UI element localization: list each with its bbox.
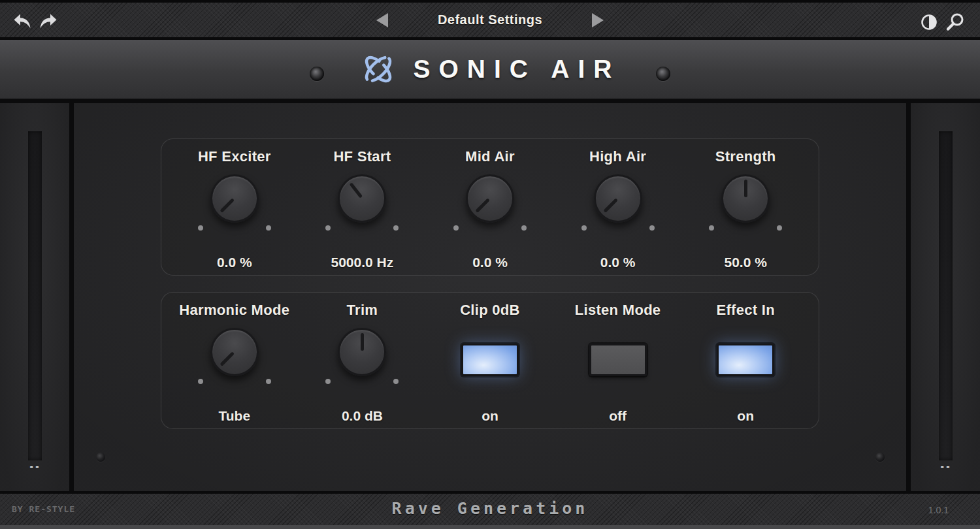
left-meter-readout: --	[29, 462, 41, 472]
preset-navigator: Default Settings	[376, 3, 604, 37]
knob-pointer	[723, 176, 768, 221]
knob-max-dot	[393, 379, 399, 384]
plugin-title: SONIC AIR	[413, 55, 620, 84]
panel-divider	[906, 103, 911, 491]
knob-min-dot	[453, 225, 459, 231]
version-number: 1.0.1	[928, 505, 949, 515]
clip-0db-label: Clip 0dB	[460, 301, 520, 319]
high-air-value: 0.0 %	[600, 255, 636, 270]
effect-in-toggle-button[interactable]	[717, 344, 774, 376]
knob-max-dot	[266, 225, 271, 231]
control-trim: Trim 0.0 dB	[299, 293, 427, 428]
left-level-meter	[28, 131, 42, 460]
main-area: -- HF Exciter 0.0 % HF	[0, 103, 980, 491]
hf-exciter-value: 0.0 %	[217, 255, 252, 270]
hf-exciter-knob[interactable]	[210, 174, 259, 223]
right-level-meter	[939, 131, 953, 460]
control-strength: Strength 50.0 %	[681, 139, 809, 275]
knob-max-dot	[393, 225, 399, 231]
contrast-icon	[919, 12, 939, 32]
knob-max-dot	[266, 379, 271, 384]
knob-pointer	[331, 167, 393, 229]
knob-min-dot	[581, 225, 587, 231]
knob-min-dot	[325, 225, 331, 231]
knob-min-dot	[198, 379, 203, 384]
listen-mode-label: Listen Mode	[575, 301, 661, 319]
screw-icon	[656, 67, 670, 81]
panel-divider	[69, 103, 74, 491]
right-meter-panel: --	[911, 103, 980, 491]
knob-pointer	[587, 167, 649, 229]
hf-start-label: HF Start	[333, 148, 391, 165]
trim-value: 0.0 dB	[342, 408, 383, 424]
hf-start-knob[interactable]	[338, 174, 386, 223]
control-panel: HF Exciter 0.0 % HF Start	[74, 103, 906, 491]
mid-air-value: 0.0 %	[472, 255, 508, 270]
knob-group-mode: Harmonic Mode Tube Trim	[161, 292, 819, 429]
high-air-knob[interactable]	[594, 174, 642, 223]
magnify-button[interactable]	[943, 12, 966, 33]
screw-icon	[96, 453, 105, 462]
control-listen-mode: Listen Mode off	[554, 293, 682, 428]
hf-start-value: 5000.0 Hz	[331, 255, 394, 270]
control-mid-air: Mid Air 0.0 %	[426, 139, 554, 275]
knob-min-dot	[198, 225, 203, 231]
listen-mode-state: off	[609, 408, 627, 424]
knob-min-dot	[325, 379, 331, 384]
knob-max-dot	[649, 225, 655, 231]
harmonic-mode-label: Harmonic Mode	[179, 301, 289, 319]
left-meter-panel: --	[0, 103, 69, 491]
control-clip-0db: Clip 0dB on	[426, 293, 554, 428]
knob-max-dot	[777, 225, 782, 231]
footer-bar: BY RE-STYLE Rave Generation 1.0.1	[0, 491, 980, 529]
knob-max-dot	[521, 225, 527, 231]
control-hf-start: HF Start 5000.0 Hz	[299, 139, 427, 275]
preset-name[interactable]: Default Settings	[438, 12, 542, 27]
magnifier-icon	[943, 12, 966, 33]
previous-preset-arrow-icon[interactable]	[376, 13, 388, 27]
effect-in-label: Effect In	[716, 301, 775, 319]
redo-icon	[37, 10, 58, 33]
control-effect-in: Effect In on	[681, 293, 809, 428]
screw-icon	[875, 453, 885, 462]
clip-0db-state: on	[482, 408, 498, 424]
listen-mode-toggle-button[interactable]	[589, 344, 647, 376]
knob-group-air: HF Exciter 0.0 % HF Start	[161, 138, 819, 276]
control-hf-exciter: HF Exciter 0.0 %	[171, 139, 299, 275]
strength-label: Strength	[715, 148, 776, 165]
mid-air-label: Mid Air	[465, 148, 515, 165]
vendor-credit: BY RE-STYLE	[12, 504, 75, 514]
effect-in-state: on	[737, 408, 754, 424]
high-air-label: High Air	[589, 148, 646, 165]
knob-pointer	[203, 320, 266, 383]
strength-knob[interactable]	[721, 174, 770, 223]
knob-pointer	[203, 167, 266, 229]
knob-pointer	[340, 330, 384, 374]
knob-pointer	[459, 167, 521, 229]
knob-min-dot	[709, 225, 714, 231]
next-preset-arrow-icon[interactable]	[592, 13, 604, 27]
control-high-air: High Air 0.0 %	[554, 139, 682, 275]
harmonic-mode-knob[interactable]	[210, 328, 259, 376]
clip-0db-toggle-button[interactable]	[461, 344, 519, 376]
control-harmonic-mode: Harmonic Mode Tube	[171, 293, 299, 428]
hf-exciter-label: HF Exciter	[198, 148, 271, 165]
harmonic-mode-value: Tube	[218, 408, 250, 424]
screw-icon	[310, 67, 324, 81]
strength-value: 50.0 %	[725, 255, 767, 270]
trim-label: Trim	[347, 301, 378, 319]
undo-button[interactable]	[12, 10, 34, 33]
plugin-logo-icon	[359, 50, 397, 88]
top-toolbar: Default Settings	[0, 0, 980, 40]
product-name: Rave Generation	[392, 499, 589, 518]
redo-button[interactable]	[37, 10, 59, 33]
title-plate: SONIC AIR	[0, 40, 980, 103]
trim-knob[interactable]	[338, 328, 386, 376]
undo-icon	[12, 10, 33, 33]
right-meter-readout: --	[939, 462, 951, 472]
contrast-toggle-button[interactable]	[919, 12, 939, 32]
mid-air-knob[interactable]	[466, 174, 514, 223]
